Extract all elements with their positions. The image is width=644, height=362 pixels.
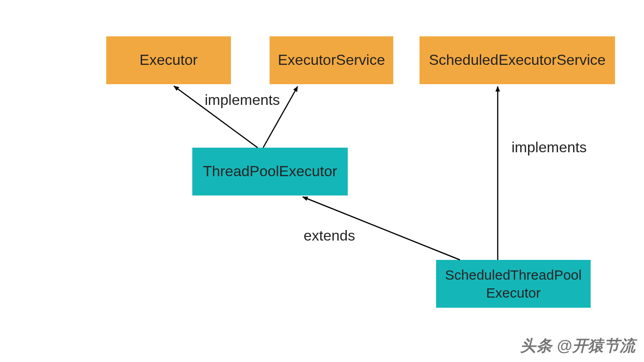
node-executor: Executor: [106, 36, 231, 84]
node-scheduled-thread-pool-executor-label: ScheduledThreadPool Executor: [445, 266, 582, 302]
edge-label-stpe-extends: extends: [304, 227, 355, 244]
node-executor-service-label: ExecutorService: [278, 51, 385, 70]
edge-label-tpe-implements: implements: [205, 92, 280, 109]
node-scheduled-executor-service: ScheduledExecutorService: [420, 36, 615, 84]
watermark-text: 头条 @开猿节流: [520, 335, 636, 356]
edge-label-stpe-implements: implements: [512, 139, 587, 156]
node-thread-pool-executor-label: ThreadPoolExecutor: [203, 162, 337, 181]
node-executor-label: Executor: [139, 51, 197, 70]
node-scheduled-thread-pool-executor: ScheduledThreadPool Executor: [436, 260, 591, 308]
node-thread-pool-executor: ThreadPoolExecutor: [192, 148, 348, 195]
node-executor-service: ExecutorService: [270, 36, 393, 84]
node-scheduled-executor-service-label: ScheduledExecutorService: [429, 51, 605, 70]
